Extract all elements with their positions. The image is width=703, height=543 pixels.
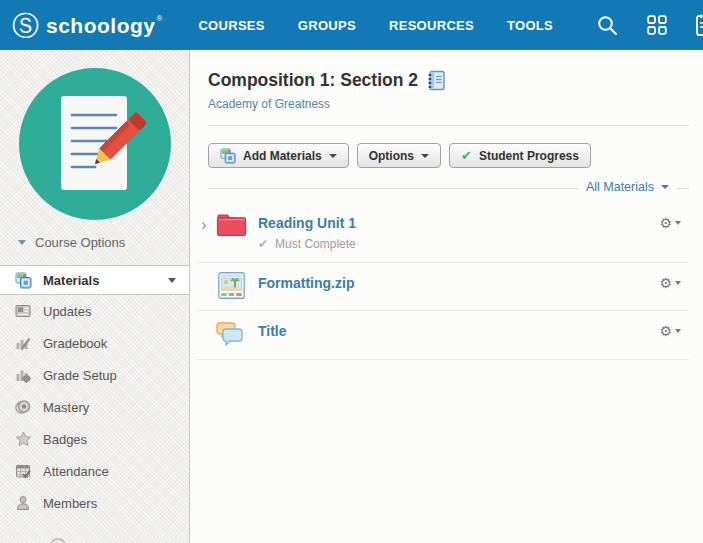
add-materials-button[interactable]: Add Materials: [208, 143, 349, 168]
options-button[interactable]: Options: [357, 143, 441, 168]
material-row-title: › Title ⚙: [196, 311, 689, 360]
sidebar-item-members[interactable]: Members: [0, 487, 189, 519]
all-materials-dropdown[interactable]: All Materials: [578, 180, 677, 194]
discussion-bubbles-icon: [215, 320, 247, 348]
partial-menu-item-icon: [50, 538, 66, 543]
must-complete-label: Must Complete: [275, 237, 356, 251]
schoology-course-page: Ⓢ schoology ® COURSES GROUPS RESOURCES T…: [0, 0, 703, 543]
notebook-icon: [426, 70, 446, 91]
nav-item-resources[interactable]: RESOURCES: [389, 18, 474, 33]
badges-icon: [14, 431, 32, 447]
sidebar-item-label: Badges: [43, 432, 87, 447]
gradebook-icon: [14, 335, 32, 351]
attendance-icon: [14, 463, 32, 479]
sidebar-item-label: Grade Setup: [43, 368, 117, 383]
sidebar-item-label: Gradebook: [43, 336, 107, 351]
mastery-icon: [14, 399, 32, 415]
course-sidebar: Course Options Materials Updates: [0, 50, 190, 543]
student-progress-button[interactable]: ✔ Student Progress: [449, 143, 591, 168]
course-main-area: Composition 1: Section 2 Academy of Grea…: [190, 50, 703, 543]
chevron-down-icon: [661, 185, 669, 189]
course-options-toggle[interactable]: Course Options: [18, 235, 189, 250]
sidebar-item-label: Attendance: [43, 464, 109, 479]
page-body: Course Options Materials Updates: [0, 50, 703, 543]
check-icon: ✔: [258, 237, 268, 251]
updates-icon: [14, 303, 32, 319]
search-icon[interactable]: [597, 15, 618, 36]
all-materials-label: All Materials: [586, 180, 654, 194]
primary-nav: COURSES GROUPS RESOURCES TOOLS: [198, 18, 553, 33]
sidebar-item-label: Materials: [43, 273, 99, 288]
chevron-down-icon: [675, 281, 681, 285]
material-title-link[interactable]: Reading Unit 1: [258, 215, 356, 231]
sidebar-item-attendance[interactable]: Attendance: [0, 455, 189, 487]
must-complete-badge: ✔ Must Complete: [258, 237, 356, 251]
paper-pencil-avatar-icon: [19, 68, 171, 220]
nav-item-groups[interactable]: GROUPS: [298, 18, 356, 33]
school-link[interactable]: Academy of Greatness: [208, 97, 330, 111]
calendar-clipboard-icon[interactable]: [696, 13, 703, 37]
materials-filter-row: All Materials: [208, 175, 689, 201]
add-materials-icon: [220, 148, 236, 164]
folder-icon: [215, 212, 247, 237]
schoology-logo[interactable]: Ⓢ schoology ®: [12, 12, 162, 39]
webpage-file-icon: [215, 272, 247, 299]
nav-item-courses[interactable]: COURSES: [198, 18, 264, 33]
gear-icon: ⚙: [659, 216, 672, 230]
chevron-down-icon: [421, 154, 429, 158]
sidebar-item-badges[interactable]: Badges: [0, 423, 189, 455]
student-progress-label: Student Progress: [479, 149, 579, 163]
members-icon: [14, 495, 32, 511]
material-text: Title: [258, 320, 287, 339]
check-icon: ✔: [461, 148, 472, 163]
sidebar-item-updates[interactable]: Updates: [0, 295, 189, 327]
topbar-icons: [597, 13, 703, 37]
material-text: Reading Unit 1 ✔ Must Complete: [258, 212, 356, 251]
row-settings-dropdown[interactable]: ⚙: [659, 216, 681, 230]
top-navigation-bar: Ⓢ schoology ® COURSES GROUPS RESOURCES T…: [0, 0, 703, 50]
sidebar-item-gradebook[interactable]: Gradebook: [0, 327, 189, 359]
material-row-reading-unit-1: › Reading Unit 1 ✔ Must Complete ⚙: [196, 203, 689, 263]
chevron-down-icon: [329, 154, 337, 158]
material-row-formatting-zip: › Formatting.zip ⚙: [196, 263, 689, 311]
logo-text: schoology: [46, 12, 156, 39]
chevron-down-icon: [18, 240, 26, 245]
logo-trademark: ®: [157, 14, 163, 23]
gear-icon: ⚙: [659, 276, 672, 290]
header-divider: [208, 125, 689, 126]
material-text: Formatting.zip: [258, 272, 354, 291]
schoology-s-icon: Ⓢ: [12, 12, 39, 39]
app-grid-icon[interactable]: [647, 15, 667, 35]
grade-setup-icon: [14, 367, 32, 383]
course-title-text: Composition 1: Section 2: [208, 70, 418, 91]
material-title-link[interactable]: Formatting.zip: [258, 275, 354, 291]
materials-list: › Reading Unit 1 ✔ Must Complete ⚙: [196, 203, 689, 360]
course-avatar[interactable]: [19, 68, 171, 220]
expand-chevron-icon[interactable]: ›: [196, 217, 212, 233]
row-settings-dropdown[interactable]: ⚙: [659, 276, 681, 290]
nav-item-tools[interactable]: TOOLS: [507, 18, 553, 33]
course-options-label: Course Options: [35, 235, 125, 250]
sidebar-item-label: Updates: [43, 304, 91, 319]
materials-icon: [14, 272, 32, 289]
row-settings-dropdown[interactable]: ⚙: [659, 324, 681, 338]
sidebar-item-mastery[interactable]: Mastery: [0, 391, 189, 423]
course-menu: Materials Updates Gradebook: [0, 265, 189, 519]
chevron-down-icon: [168, 278, 176, 283]
gear-icon: ⚙: [659, 324, 672, 338]
page-title: Composition 1: Section 2: [208, 70, 689, 91]
options-label: Options: [369, 149, 414, 163]
sidebar-item-label: Mastery: [43, 400, 89, 415]
sidebar-item-materials[interactable]: Materials: [0, 265, 189, 295]
materials-toolbar: Add Materials Options ✔ Student Progress: [208, 143, 689, 168]
chevron-down-icon: [675, 221, 681, 225]
chevron-down-icon: [675, 329, 681, 333]
material-title-link[interactable]: Title: [258, 323, 287, 339]
sidebar-item-label: Members: [43, 496, 97, 511]
add-materials-label: Add Materials: [243, 149, 322, 163]
sidebar-item-grade-setup[interactable]: Grade Setup: [0, 359, 189, 391]
